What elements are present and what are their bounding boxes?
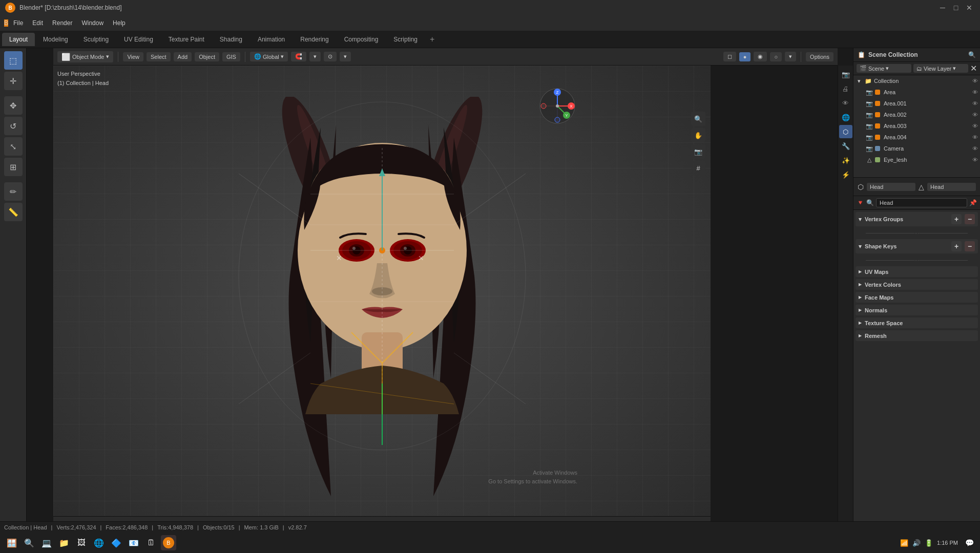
vertex-groups-header[interactable]: ▾ Vertex Groups + − xyxy=(856,212,978,226)
normals-header[interactable]: ▸ Normals xyxy=(856,305,978,315)
browser-button[interactable]: 🌐 xyxy=(91,535,107,550)
add-menu[interactable]: Add xyxy=(174,52,192,61)
search-taskbar-button[interactable]: 🔍 xyxy=(22,535,37,550)
maximize-button[interactable]: □ xyxy=(950,2,962,13)
minimize-button[interactable]: ─ xyxy=(937,2,948,13)
menu-file[interactable]: File xyxy=(9,18,27,28)
proportional-button[interactable]: ⊙ xyxy=(324,52,337,61)
shape-keys-header[interactable]: ▾ Shape Keys + − xyxy=(856,239,978,253)
texture-space-header[interactable]: ▸ Texture Space xyxy=(856,317,978,328)
modifier-props-icon[interactable]: 🔧 xyxy=(839,139,852,153)
outliner-item-area[interactable]: 📷 Area 👁 xyxy=(853,87,980,98)
outliner-item-eyelesh[interactable]: △ Eye_lesh 👁 xyxy=(853,154,980,165)
scene-props-icon[interactable]: 🌐 xyxy=(839,111,852,124)
tab-shading[interactable]: Shading xyxy=(213,33,249,46)
menu-render[interactable]: Render xyxy=(48,18,76,28)
outliner-item-area004[interactable]: 📷 Area.004 👁 xyxy=(853,132,980,143)
proportional-options[interactable]: ▾ xyxy=(340,52,351,61)
outliner-item-area002[interactable]: 📷 Area.002 👁 xyxy=(853,109,980,120)
menu-edit[interactable]: Edit xyxy=(28,18,47,28)
outliner-filter-icon[interactable]: 🔍 xyxy=(968,51,976,58)
scene-selector[interactable]: 🎬 Scene ▾ xyxy=(857,64,911,73)
close-button[interactable]: ✕ xyxy=(964,2,975,13)
tab-modeling[interactable]: Modeling xyxy=(36,33,75,46)
viewport-shading-solid[interactable]: ● xyxy=(739,52,751,61)
tool-transform[interactable]: ⊞ xyxy=(4,158,23,176)
snap-options[interactable]: ▾ xyxy=(309,52,321,61)
remesh-header[interactable]: ▸ Remesh xyxy=(856,330,978,341)
outliner-item-area001[interactable]: 📷 Area.001 👁 xyxy=(853,98,980,109)
tab-compositing[interactable]: Compositing xyxy=(337,33,386,46)
options-button[interactable]: Options xyxy=(806,52,833,61)
area003-eye-icon[interactable]: 👁 xyxy=(972,123,978,129)
mesh-name-selector[interactable]: Head xyxy=(927,183,976,191)
photos-button[interactable]: 🖼 xyxy=(74,535,89,550)
menu-help[interactable]: Help xyxy=(109,18,130,28)
task-view-button[interactable]: 💻 xyxy=(39,535,54,550)
outliner-item-area003[interactable]: 📷 Area.003 👁 xyxy=(853,120,980,132)
tab-animation[interactable]: Animation xyxy=(251,33,292,46)
mail-button[interactable]: 📧 xyxy=(126,535,141,550)
object-name-input[interactable] xyxy=(876,198,967,207)
tool-annotate[interactable]: ✏ xyxy=(4,182,23,201)
object-menu[interactable]: Object xyxy=(195,52,219,61)
sound-icon[interactable]: 🔊 xyxy=(912,539,921,547)
menu-window[interactable]: Window xyxy=(77,18,108,28)
sk-remove-button[interactable]: − xyxy=(965,241,975,251)
area002-eye-icon[interactable]: 👁 xyxy=(972,112,978,118)
view-layer-selector[interactable]: 🗂 View Layer ▾ xyxy=(913,64,968,73)
object-props-icon[interactable]: ⬡ xyxy=(839,125,852,138)
face-maps-header[interactable]: ▸ Face Maps xyxy=(856,292,978,303)
vg-remove-button[interactable]: − xyxy=(965,214,975,224)
clock-display[interactable]: 1:16 PM xyxy=(937,540,958,546)
area004-eye-icon[interactable]: 👁 xyxy=(972,134,978,140)
output-props-icon[interactable]: 🖨 xyxy=(839,82,852,95)
tab-texture-paint[interactable]: Texture Paint xyxy=(161,33,212,46)
nav-gizmo[interactable]: Z X Y xyxy=(538,87,576,125)
outliner-item-collection[interactable]: ▾ 📁 Collection 👁 xyxy=(853,75,980,87)
add-workspace-button[interactable]: + xyxy=(426,33,439,46)
network-icon[interactable]: 📶 xyxy=(900,539,908,547)
mode-selector[interactable]: ⬜ Object Mode ▾ xyxy=(57,51,113,62)
tool-rotate[interactable]: ↺ xyxy=(4,117,23,135)
gis-menu[interactable]: GIS xyxy=(222,52,240,61)
select-menu[interactable]: Select xyxy=(147,52,171,61)
view-props-icon[interactable]: 👁 xyxy=(839,96,852,110)
area-eye-icon[interactable]: 👁 xyxy=(972,89,978,95)
tool-cursor[interactable]: ✛ xyxy=(4,72,23,90)
tab-scripting[interactable]: Scripting xyxy=(386,33,425,46)
viewport-shading-material[interactable]: ◉ xyxy=(754,52,767,61)
sk-add-button[interactable]: + xyxy=(951,241,962,251)
uv-maps-header[interactable]: ▸ UV Maps xyxy=(856,266,978,277)
zoom-button[interactable]: 🔍 xyxy=(691,112,705,126)
eyelesh-eye-icon[interactable]: 👁 xyxy=(972,157,978,163)
camera-eye-icon[interactable]: 👁 xyxy=(972,145,978,152)
notification-button[interactable]: 💬 xyxy=(965,539,974,547)
grid-button[interactable]: # xyxy=(691,161,705,175)
viewport-shading-wire[interactable]: ◻ xyxy=(723,52,736,61)
calendar-button[interactable]: 🗓 xyxy=(143,535,159,550)
start-button[interactable]: 🪟 xyxy=(4,535,19,550)
file-explorer-button[interactable]: 📁 xyxy=(56,535,72,550)
vertex-colors-header[interactable]: ▸ Vertex Colors xyxy=(856,279,978,290)
viewport-options[interactable]: ▾ xyxy=(785,52,796,61)
name-pin-icon[interactable]: 📌 xyxy=(969,199,977,206)
viewport-shading-rendered[interactable]: ○ xyxy=(770,52,782,61)
object-name-selector[interactable]: Head xyxy=(867,183,915,191)
vg-add-button[interactable]: + xyxy=(951,214,962,224)
tool-move[interactable]: ✥ xyxy=(4,96,23,115)
sk-collapse-bar[interactable]: ··· xyxy=(856,257,978,264)
battery-icon[interactable]: 🔋 xyxy=(925,539,933,547)
edge-button[interactable]: 🔷 xyxy=(109,535,124,550)
pan-button[interactable]: ✋ xyxy=(691,128,705,142)
tab-uv-editing[interactable]: UV Editing xyxy=(117,33,160,46)
area001-eye-icon[interactable]: 👁 xyxy=(972,100,978,107)
tab-sculpting[interactable]: Sculpting xyxy=(76,33,116,46)
physics-props-icon[interactable]: ⚡ xyxy=(839,168,852,181)
outliner-item-camera[interactable]: 📷 Camera 👁 xyxy=(853,143,980,154)
camera-button[interactable]: 📷 xyxy=(691,144,705,159)
vg-collapse-bar[interactable]: ··· xyxy=(856,229,978,237)
snap-button[interactable]: 🧲 xyxy=(291,52,306,61)
viewport-3d[interactable]: ✕ ✕ xyxy=(53,66,711,527)
collection-eye-icon[interactable]: 👁 xyxy=(972,78,978,84)
